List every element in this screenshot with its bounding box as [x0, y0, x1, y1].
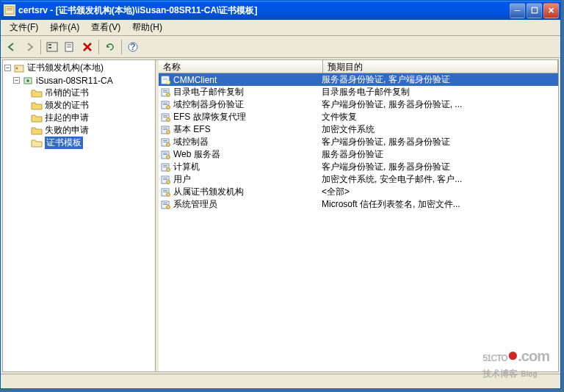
folder-icon	[31, 138, 43, 148]
toolbar: ?	[1, 36, 560, 58]
folder-icon	[31, 113, 43, 123]
svg-rect-44	[163, 165, 167, 166]
help-button[interactable]: ?	[125, 39, 141, 55]
folder-icon	[31, 88, 43, 98]
show-tree-button[interactable]	[44, 39, 60, 55]
watermark: 51CTO●.com 技术博客 Blog	[482, 344, 549, 380]
list-row[interactable]: 从属证书颁发机构<全部>	[159, 186, 558, 198]
svg-rect-49	[163, 179, 167, 180]
svg-rect-4	[48, 44, 51, 46]
delete-button[interactable]	[79, 39, 95, 55]
list-row[interactable]: 域控制器客户端身份验证, 服务器身份验证	[159, 136, 558, 148]
svg-rect-16	[163, 78, 167, 79]
row-purpose: 客户端身份验证, 服务器身份验证	[322, 136, 558, 148]
svg-point-38	[167, 142, 170, 146]
folder-icon	[31, 126, 43, 136]
row-name: 域控制器身份验证	[173, 98, 322, 111]
svg-rect-36	[163, 140, 167, 141]
window-title: certsrv - [证书颁发机构(本地)\iSusan-08SR11-CA\证…	[18, 4, 510, 17]
menu-item[interactable]: 帮助(H)	[126, 20, 168, 35]
properties-button[interactable]	[62, 39, 78, 55]
list-row[interactable]: 计算机客户端身份验证, 服务器身份验证	[159, 161, 558, 173]
svg-rect-20	[163, 90, 167, 91]
svg-rect-2	[7, 10, 12, 10]
list-row[interactable]: 目录电子邮件复制目录服务电子邮件复制	[159, 86, 558, 98]
svg-rect-21	[163, 92, 167, 92]
row-purpose: 目录服务电子邮件复制	[322, 86, 558, 98]
svg-point-26	[167, 105, 170, 109]
svg-point-30	[167, 117, 170, 121]
row-purpose: <全部>	[322, 186, 558, 198]
row-name: 计算机	[173, 161, 322, 173]
svg-point-54	[167, 192, 170, 196]
tree-root[interactable]: −证书颁发机构(本地)	[4, 62, 153, 74]
template-icon	[160, 175, 172, 185]
collapse-icon[interactable]: −	[13, 77, 20, 84]
row-purpose: 客户端身份验证, 服务器身份验证	[322, 161, 558, 173]
folder-icon	[31, 101, 43, 111]
tree-child[interactable]: 证书模板	[4, 137, 153, 149]
list-body[interactable]: CMMClient服务器身份验证, 客户端身份验证目录电子邮件复制目录服务电子邮…	[159, 73, 558, 371]
menubar: 文件(F)操作(A)查看(V)帮助(H)	[1, 20, 560, 36]
statusbar	[1, 374, 560, 388]
list-row[interactable]: Web 服务器服务器身份验证	[159, 148, 558, 161]
svg-point-12	[16, 67, 18, 69]
menu-item[interactable]: 文件(F)	[4, 20, 44, 35]
minimize-button[interactable]: ─	[510, 3, 525, 18]
column-header-name[interactable]: 名称	[159, 60, 323, 73]
svg-rect-28	[163, 115, 167, 116]
list-row[interactable]: CMMClient服务器身份验证, 客户端身份验证	[159, 73, 558, 86]
svg-point-50	[167, 180, 170, 184]
tree-label: 证书模板	[45, 137, 83, 149]
row-name: 从属证书颁发机构	[173, 186, 322, 198]
tree-label: 吊销的证书	[45, 87, 89, 99]
svg-rect-29	[163, 117, 167, 117]
separator	[40, 40, 41, 54]
close-button[interactable]: ✕	[543, 3, 559, 18]
row-name: 用户	[173, 173, 322, 186]
tree-label: 颁发的证书	[45, 99, 89, 112]
maximize-button[interactable]: ☐	[527, 3, 542, 18]
forward-button[interactable]	[21, 39, 37, 55]
svg-rect-48	[163, 178, 167, 178]
row-name: 系统管理员	[173, 198, 322, 211]
template-icon	[160, 162, 172, 173]
row-name: 目录电子邮件复制	[173, 86, 322, 98]
svg-rect-37	[163, 142, 167, 142]
column-header-purpose[interactable]: 预期目的	[323, 60, 558, 73]
list-row[interactable]: 系统管理员Microsoft 信任列表签名, 加密文件...	[159, 198, 558, 211]
list-row[interactable]: 域控制器身份验证客户端身份验证, 服务器身份验证, ...	[159, 98, 558, 111]
template-icon	[160, 200, 172, 210]
list-row[interactable]: 用户加密文件系统, 安全电子邮件, 客户...	[159, 173, 558, 186]
tree-child[interactable]: 挂起的申请	[4, 112, 153, 124]
svg-point-58	[167, 205, 170, 208]
separator	[121, 40, 122, 54]
refresh-button[interactable]	[102, 39, 118, 55]
tree-child[interactable]: 颁发的证书	[4, 99, 153, 112]
svg-point-14	[26, 79, 29, 82]
svg-rect-52	[163, 190, 167, 191]
svg-rect-33	[163, 129, 167, 130]
tree-child[interactable]: 吊销的证书	[4, 87, 153, 99]
svg-point-18	[167, 80, 170, 84]
svg-rect-17	[163, 79, 167, 80]
titlebar[interactable]: certsrv - [证书颁发机构(本地)\iSusan-08SR11-CA\证…	[1, 1, 560, 20]
back-button[interactable]	[4, 39, 20, 55]
menu-item[interactable]: 操作(A)	[44, 20, 85, 35]
template-icon	[160, 87, 172, 98]
tree-label: 证书颁发机构(本地)	[27, 62, 104, 74]
list-row[interactable]: EFS 故障恢复代理文件恢复	[159, 111, 558, 123]
template-icon	[160, 75, 172, 85]
tree-child[interactable]: 失败的申请	[4, 124, 153, 137]
svg-point-42	[167, 155, 170, 159]
menu-item[interactable]: 查看(V)	[85, 20, 126, 35]
list-panel: 名称 预期目的 CMMClient服务器身份验证, 客户端身份验证目录电子邮件复…	[159, 60, 558, 371]
collapse-icon[interactable]: −	[4, 65, 11, 71]
svg-rect-56	[163, 203, 167, 203]
list-row[interactable]: 基本 EFS加密文件系统	[159, 123, 558, 136]
svg-rect-57	[163, 204, 167, 205]
tree-panel[interactable]: −证书颁发机构(本地)−iSusan-08SR11-CA吊销的证书颁发的证书挂起…	[3, 60, 156, 371]
tree-label: 挂起的申请	[45, 112, 89, 124]
template-icon	[160, 187, 172, 197]
tree-ca[interactable]: −iSusan-08SR11-CA	[4, 74, 153, 87]
